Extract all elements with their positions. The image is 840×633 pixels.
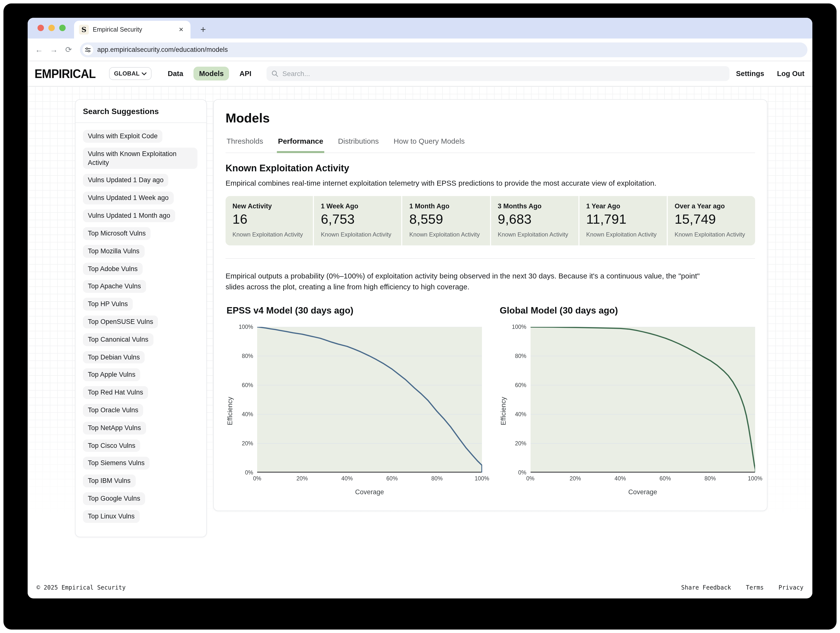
search-suggestion-pill[interactable]: Vulns Updated 1 Week ago (83, 192, 174, 205)
nav-item[interactable]: Data (163, 66, 189, 81)
empirical-logo[interactable]: EMPIRICAL (35, 66, 95, 81)
stat-card: 1 Week Ago 6,753 Known Exploitation Acti… (314, 196, 401, 245)
zoom-window-button[interactable] (59, 25, 66, 31)
y-tick-label: 20% (242, 440, 253, 446)
stat-value: 11,791 (586, 212, 660, 227)
content-area: Search Suggestions Vulns with Exploit Co… (28, 86, 812, 537)
stat-sublabel: Known Exploitation Activity (321, 231, 394, 238)
stat-sublabel: Known Exploitation Activity (586, 231, 660, 238)
site-footer: © 2025 Empirical Security Share Feedback… (28, 577, 812, 598)
plot-wrap: 0%20%40%60%80%100% Coverage (530, 327, 755, 495)
close-tab-icon[interactable]: ✕ (177, 25, 186, 34)
stat-sublabel: Known Exploitation Activity (409, 231, 483, 238)
performance-chart: EPSS v4 Model (30 days ago) Efficiency 0… (226, 305, 482, 495)
stat-label: Over a Year ago (675, 203, 748, 210)
model-tab[interactable]: How to Query Models (393, 137, 466, 153)
stat-value: 15,749 (675, 212, 748, 227)
search-suggestion-pill[interactable]: Top Cisco Vulns (83, 439, 141, 452)
x-axis-ticks: 0%20%40%60%80%100% (530, 475, 755, 484)
tab-list: ThresholdsPerformanceDistributionsHow to… (226, 137, 755, 153)
browser-toolbar: ← → ⟳ app.empiricalsecurity.com/educatio… (28, 38, 812, 61)
y-tick-label: 0% (245, 469, 253, 475)
sidebar-title: Search Suggestions (76, 107, 206, 123)
stat-card: 1 Year Ago 11,791 Known Exploitation Act… (579, 196, 666, 245)
search-input[interactable] (282, 70, 725, 78)
y-axis-title: Efficiency (499, 327, 508, 495)
search-suggestion-pill[interactable]: Top Apache Vulns (83, 280, 146, 293)
search-suggestion-pill[interactable]: Top Google Vulns (83, 492, 145, 505)
logout-link[interactable]: Log Out (777, 70, 804, 78)
stat-sublabel: Known Exploitation Activity (232, 231, 306, 238)
close-window-button[interactable] (38, 25, 44, 31)
y-tick-label: 20% (515, 440, 526, 446)
y-axis-ticks: 0%20%40%60%80%100% (508, 327, 530, 472)
settings-link[interactable]: Settings (736, 70, 764, 78)
nav-item[interactable]: Models (194, 66, 229, 81)
search-suggestion-pill[interactable]: Top Apple Vulns (83, 369, 141, 381)
browser-tab[interactable]: S Empirical Security ✕ (74, 21, 191, 38)
search-suggestion-pill[interactable]: Top Canonical Vulns (83, 333, 153, 346)
model-tab-label: Distributions (338, 137, 379, 145)
stat-label: 1 Year Ago (586, 203, 660, 210)
stat-value: 8,559 (409, 212, 483, 227)
copyright-text: © 2025 Empirical Security (36, 584, 126, 591)
x-tick-label: 20% (570, 475, 581, 481)
url-text: app.empiricalsecurity.com/education/mode… (97, 46, 228, 53)
search-suggestion-pill[interactable]: Top HP Vulns (83, 298, 133, 310)
search-suggestion-pill[interactable]: Top Mozilla Vulns (83, 245, 144, 258)
stat-label: 3 Months Ago (498, 203, 571, 210)
address-bar[interactable]: app.empiricalsecurity.com/education/mode… (80, 42, 807, 57)
stat-label: New Activity (232, 203, 306, 210)
model-tab[interactable]: Performance (277, 137, 324, 153)
tab-title: Empirical Security (93, 26, 173, 33)
x-tick-label: 80% (431, 475, 443, 481)
search-suggestion-pill[interactable]: Vulns Updated 1 Month ago (83, 209, 175, 222)
stat-sublabel: Known Exploitation Activity (675, 231, 748, 238)
search-suggestion-pill[interactable]: Top OpenSUSE Vulns (83, 315, 158, 328)
model-tab[interactable]: Thresholds (226, 137, 264, 153)
search-suggestion-pill[interactable]: Top Oracle Vulns (83, 404, 144, 417)
stats-row: New Activity 16 Known Exploitation Activ… (226, 196, 755, 245)
region-selector-button[interactable]: GLOBAL (109, 67, 152, 80)
x-tick-label: 80% (704, 475, 716, 481)
browser-window: S Empirical Security ✕ + ← → ⟳ app.empir… (28, 18, 812, 598)
x-tick-label: 100% (748, 475, 763, 481)
x-tick-label: 40% (341, 475, 353, 481)
search-suggestion-pill[interactable]: Vulns Updated 1 Day ago (83, 174, 169, 187)
primary-nav: DataModelsAPI (163, 66, 257, 81)
footer-link[interactable]: Share Feedback (681, 584, 731, 591)
stat-label: 1 Month Ago (409, 203, 483, 210)
minimize-window-button[interactable] (48, 25, 55, 31)
back-icon[interactable]: ← (33, 45, 46, 54)
stat-card: Over a Year ago 15,749 Known Exploitatio… (668, 196, 755, 245)
nav-item[interactable]: API (234, 66, 257, 81)
stat-card: 1 Month Ago 8,559 Known Exploitation Act… (403, 196, 490, 245)
search-suggestion-pill[interactable]: Top Linux Vulns (83, 510, 140, 523)
y-tick-label: 40% (515, 411, 526, 417)
footer-link[interactable]: Terms (746, 584, 764, 591)
search-suggestions-panel: Search Suggestions Vulns with Exploit Co… (75, 99, 207, 537)
search-suggestion-pill[interactable]: Top Microsoft Vulns (83, 227, 151, 240)
stat-value: 9,683 (498, 212, 571, 227)
search-suggestion-pill[interactable]: Top Debian Vulns (83, 351, 145, 364)
footer-link[interactable]: Privacy (778, 584, 804, 591)
model-tab-label: Performance (278, 137, 323, 145)
site-info-icon[interactable] (82, 44, 93, 55)
search-suggestion-pill[interactable]: Top Adobe Vulns (83, 263, 143, 275)
y-tick-label: 60% (515, 382, 526, 388)
search-suggestion-pill[interactable]: Top NetApp Vulns (83, 422, 146, 435)
new-tab-button[interactable]: + (197, 24, 209, 35)
model-tab[interactable]: Distributions (337, 137, 380, 153)
search-suggestion-pill[interactable]: Top Red Hat Vulns (83, 386, 148, 399)
y-axis-ticks: 0%20%40%60%80%100% (234, 327, 257, 472)
site-header: EMPIRICAL GLOBAL DataModelsAPI Settings … (28, 61, 812, 86)
section-title: Known Exploitation Activity (226, 163, 755, 174)
search-suggestion-pill[interactable]: Top IBM Vulns (83, 475, 136, 487)
search-suggestion-pill[interactable]: Vulns with Known Exploitation Activity (83, 148, 197, 169)
reload-icon[interactable]: ⟳ (62, 45, 75, 54)
x-axis-title: Coverage (257, 488, 482, 495)
search-suggestion-pill[interactable]: Vulns with Exploit Code (83, 130, 163, 143)
forward-icon[interactable]: → (47, 45, 60, 54)
search-suggestion-pill[interactable]: Top Siemens Vulns (83, 457, 150, 470)
global-search[interactable] (267, 66, 730, 81)
